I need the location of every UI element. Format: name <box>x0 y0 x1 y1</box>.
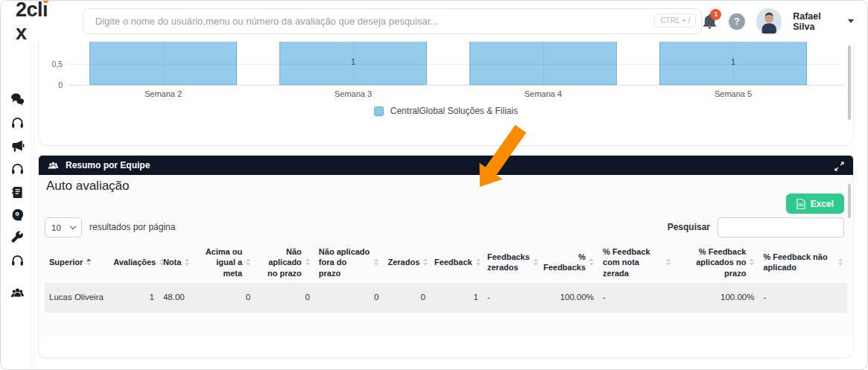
column-header-nota[interactable]: Nota <box>159 242 200 283</box>
summary-table: Superior Avaliações Nota Acima ou igual … <box>45 242 847 313</box>
column-header-nao-aplicado-prazo[interactable]: Não aplicado no prazo <box>255 242 314 283</box>
panel-subtitle: Auto avaliação <box>46 179 130 194</box>
column-label: Feedback <box>434 257 472 267</box>
sort-icon <box>533 258 538 266</box>
column-header-pct-feedback-nao-aplicado[interactable]: % Feedback não aplicado <box>758 242 847 283</box>
column-header-pct-feedback-aplicados-prazo[interactable]: % Feedback aplicados no prazo <box>675 242 758 283</box>
sort-icon <box>86 258 91 266</box>
keyboard-shortcut-badge: CTRL + / <box>654 13 696 28</box>
user-avatar[interactable] <box>756 8 782 35</box>
column-header-pct-feedback-nota-zerada[interactable]: % Feedback com nota zerada <box>598 242 675 283</box>
panel-footer-area <box>39 336 853 357</box>
user-menu[interactable]: Rafael Silva <box>793 11 854 32</box>
notification-count-badge: 1 <box>710 9 721 20</box>
users-group-icon[interactable] <box>10 286 25 300</box>
header-actions: 1 ? Rafael Silva <box>702 8 854 35</box>
logo-dot-icon <box>43 0 48 3</box>
column-label: Não aplicado no prazo <box>259 246 302 278</box>
file-icon <box>796 199 805 209</box>
column-label: % Feedback com nota zerada <box>603 246 662 278</box>
page-size-value: 10 <box>51 223 61 232</box>
column-header-feedbacks-zerados[interactable]: Feedbacks zerados <box>483 242 542 283</box>
excel-button-label: Excel <box>811 199 834 209</box>
users-group-icon <box>48 160 59 171</box>
column-label: Feedbacks zerados <box>487 252 530 273</box>
cell-feedback: 1 <box>430 283 483 313</box>
chevron-down-icon <box>848 19 854 23</box>
table-search-input[interactable] <box>717 217 844 237</box>
panel-header: Resumo por Equipe <box>39 156 853 175</box>
column-label: % Feedback não aplicado <box>763 252 834 273</box>
panel-title: Resumo por Equipe <box>66 160 150 170</box>
comments-icon[interactable] <box>10 92 25 106</box>
bar-value-label: 1 <box>338 57 368 66</box>
x-tick-label: Semana 5 <box>685 89 782 98</box>
legend-label: CentralGlobal Soluções & Filiais <box>390 106 518 116</box>
sort-icon <box>246 258 250 266</box>
chart-card: 0,5 0 1 1 Semana 2 Semana 3 Semana 4 Sem… <box>38 42 854 146</box>
expand-icon[interactable] <box>834 161 844 170</box>
table-header-row: Superior Avaliações Nota Acima ou igual … <box>45 242 847 283</box>
chart-scrollbar[interactable] <box>848 45 851 120</box>
sort-icon <box>476 258 481 266</box>
head-gear-icon[interactable] <box>10 208 25 222</box>
sort-icon <box>185 258 189 266</box>
column-label: Acima ou igual a meta <box>205 246 242 278</box>
headset-icon[interactable] <box>10 115 25 130</box>
sort-icon <box>750 258 754 266</box>
column-header-superior[interactable]: Superior <box>45 242 109 283</box>
page-size-label: resultados por página <box>89 222 175 232</box>
sort-icon <box>838 258 843 266</box>
column-label: % Feedback aplicados no prazo <box>679 246 746 278</box>
sort-icon <box>589 258 594 266</box>
y-tick-label: 0 <box>43 80 63 89</box>
legend-swatch-icon <box>374 106 384 116</box>
headset-icon[interactable] <box>10 162 25 176</box>
cell-superior: Lucas Oliveira <box>45 283 109 313</box>
column-header-avaliacoes[interactable]: Avaliações <box>109 242 159 283</box>
column-header-pct-feedbacks[interactable]: % Feedbacks <box>542 242 598 283</box>
wrench-icon[interactable] <box>10 231 25 245</box>
headset-icon[interactable] <box>10 253 25 267</box>
cell-acima-meta: 0 <box>200 283 255 313</box>
column-header-feedback[interactable]: Feedback <box>430 242 483 283</box>
column-header-acima-meta[interactable]: Acima ou igual a meta <box>200 242 255 283</box>
cell-nao-aplicado-prazo: 0 <box>255 283 314 313</box>
column-label: Superior <box>49 257 83 267</box>
cell-avaliacoes: 1 <box>109 283 159 313</box>
cell-nota: 48.00 <box>159 283 200 313</box>
x-axis-line <box>69 85 844 86</box>
chart-legend[interactable]: CentralGlobal Soluções & Filiais <box>39 106 853 116</box>
left-sidebar <box>1 42 34 369</box>
chevron-down-icon <box>70 223 76 229</box>
cell-nao-aplicado-fora-prazo: 0 <box>314 283 384 313</box>
sort-icon <box>305 258 310 266</box>
address-book-icon[interactable] <box>10 185 25 200</box>
column-label: Nota <box>163 257 181 267</box>
column-label: Não aplicado fora do prazo <box>319 246 371 278</box>
user-name: Rafael Silva <box>793 11 843 32</box>
excel-export-button[interactable]: Excel <box>786 194 844 214</box>
global-search-input[interactable] <box>83 8 702 34</box>
notifications-bell-icon[interactable]: 1 <box>702 13 717 31</box>
resumo-por-equipe-panel: Resumo por Equipe Auto avaliação Excel 1… <box>38 155 854 358</box>
global-search: CTRL + / <box>83 8 702 34</box>
y-tick-label: 0,5 <box>43 60 63 68</box>
megaphone-icon[interactable] <box>10 139 25 153</box>
sort-icon <box>374 258 378 266</box>
table-row: Lucas Oliveira 1 48.00 0 0 0 0 1 - 100.0… <box>45 283 847 313</box>
column-header-nao-aplicado-fora-prazo[interactable]: Não aplicado fora do prazo <box>314 242 384 283</box>
x-gridline <box>163 42 164 85</box>
help-icon[interactable]: ? <box>729 13 744 30</box>
column-label: Avaliações <box>113 257 156 267</box>
app-logo[interactable]: 2clıx <box>16 0 57 45</box>
panel-scrollbar[interactable] <box>848 184 851 218</box>
page-size-select[interactable]: 10 <box>45 217 82 237</box>
x-tick-label: Semana 4 <box>495 89 592 98</box>
cell-feedbacks-zerados: - <box>483 283 542 313</box>
app-window: 2clıx CTRL + / 1 ? Rafael Silva <box>0 0 868 370</box>
x-tick-label: Semana 3 <box>305 89 402 98</box>
column-header-zerados[interactable]: Zerados <box>383 242 429 283</box>
top-header: 2clıx CTRL + / 1 ? Rafael Silva <box>1 1 867 42</box>
x-gridline <box>543 42 544 85</box>
